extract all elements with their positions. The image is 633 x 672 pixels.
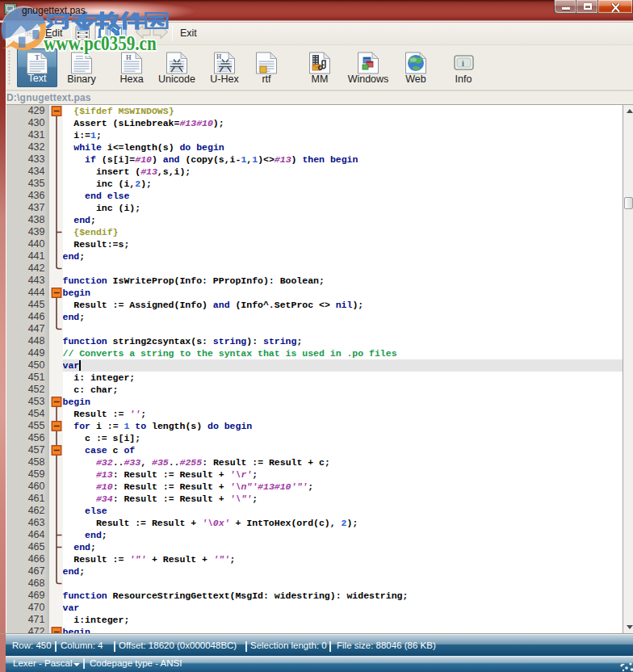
- svg-text:H: H: [126, 53, 132, 61]
- svg-text:H: H: [216, 53, 222, 61]
- svg-text:T: T: [35, 53, 40, 61]
- svg-text:i: i: [462, 59, 464, 68]
